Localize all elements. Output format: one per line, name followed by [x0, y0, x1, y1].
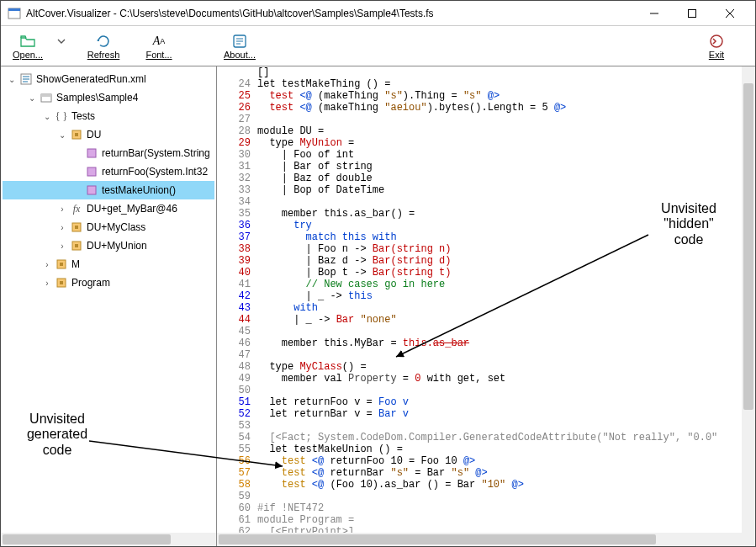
tree-item-label: testMakeUnion()	[102, 184, 176, 196]
tree-pane[interactable]: ⌄ ShowGeneratedRun.xml ⌄Samples\Sample4⌄…	[1, 66, 217, 546]
code-line[interactable]: 33 | Bop of DateTime	[217, 184, 742, 196]
refresh-button[interactable]: Refresh	[82, 28, 125, 65]
code-line[interactable]: 47	[217, 349, 742, 361]
code-line[interactable]: 53	[217, 420, 742, 432]
code-line[interactable]: 44 | _ -> Bar "none"	[217, 314, 742, 326]
code-line[interactable]: 49 member val Property = 0 with get, set	[217, 373, 742, 385]
code-line[interactable]: 60#if !NET472	[217, 502, 742, 514]
font-button[interactable]: AA Font...	[137, 28, 181, 65]
code-line[interactable]: 37 match this with	[217, 231, 742, 243]
chevron-icon[interactable]: ›	[56, 204, 68, 214]
code-line[interactable]: 56 test <@ returnFoo 10 = Foo 10 @>	[217, 455, 742, 467]
code-vertical-scrollbar[interactable]	[742, 66, 755, 533]
code-line[interactable]: 39 | Baz d -> Bar(string d)	[217, 255, 742, 267]
line-content: [<Fact; System.CodeDom.Compiler.Generate…	[257, 432, 742, 443]
line-number: 29	[217, 137, 257, 149]
tree-item[interactable]: returnBar(System.String	[3, 144, 214, 162]
code-line[interactable]: 50	[217, 385, 742, 396]
code-line[interactable]: 62 [<EntryPoint>]	[217, 526, 742, 533]
line-content: | Foo n -> Bar(string n)	[257, 243, 742, 255]
code-line[interactable]: 45	[217, 326, 742, 337]
exit-button[interactable]: Exit	[695, 28, 738, 65]
titlebar: AltCover.Visualizer - C:\Users\steve\Doc…	[1, 1, 755, 26]
tree-item[interactable]: ›DU+MyClass	[3, 218, 214, 236]
code-line[interactable]: 48 type MyClass() =	[217, 361, 742, 373]
svg-rect-22	[75, 244, 78, 247]
code-line[interactable]: 26 test <@ (makeThing "aeiou").bytes().L…	[217, 102, 742, 114]
code-line[interactable]: 36 try	[217, 220, 742, 231]
line-number: 43	[217, 302, 257, 314]
code-line[interactable]: 29 type MyUnion =	[217, 137, 742, 149]
code-line[interactable]: 30 | Foo of int	[217, 149, 742, 161]
method-icon	[85, 165, 98, 178]
svg-rect-13	[41, 94, 51, 97]
tree-horizontal-scrollbar[interactable]	[1, 533, 216, 546]
line-content	[257, 385, 742, 396]
code-line[interactable]: 57 test <@ returnBar "s" = Bar "s" @>	[217, 467, 742, 479]
code-pane[interactable]: []24let testMakeThing () =25 test <@ (ma…	[217, 66, 755, 546]
open-button[interactable]: Open...	[6, 28, 50, 65]
code-line[interactable]: 32 | Baz of double	[217, 173, 742, 184]
line-number: 47	[217, 349, 257, 361]
code-line[interactable]: 38 | Foo n -> Bar(string n)	[217, 243, 742, 255]
chevron-icon[interactable]: ⌄	[56, 130, 68, 140]
open-dropdown[interactable]: x	[53, 28, 70, 65]
chevron-icon[interactable]: ⌄	[26, 93, 38, 103]
tree-item-label: DU+MyClass	[87, 221, 145, 233]
maximize-button[interactable]	[673, 1, 711, 25]
code-line[interactable]: 40 | Bop t -> Bar(string t)	[217, 267, 742, 279]
svg-rect-20	[75, 226, 78, 229]
code-line[interactable]: 46 member this.MyBar = this.as_bar	[217, 337, 742, 349]
tree-item[interactable]: testMakeUnion()	[3, 181, 214, 199]
code-line[interactable]: 42 | _ -> this	[217, 290, 742, 302]
chevron-down-icon	[53, 33, 70, 50]
chevron-icon[interactable]: ›	[41, 260, 53, 269]
code-line[interactable]: 27	[217, 114, 742, 125]
code-line[interactable]: 51 let returnFoo v = Foo v	[217, 396, 742, 408]
about-button[interactable]: About...	[218, 28, 262, 65]
code-line[interactable]: 25 test <@ (makeThing "s").Thing = "s" @…	[217, 90, 742, 102]
code-line[interactable]: 34	[217, 196, 742, 208]
code-line[interactable]: 41 // New cases go in here	[217, 279, 742, 290]
chevron-icon[interactable]: ›	[41, 279, 53, 288]
chevron-icon[interactable]: ›	[56, 223, 68, 232]
code-line[interactable]: 31 | Bar of string	[217, 161, 742, 173]
close-button[interactable]	[711, 1, 748, 25]
line-content: | Baz d -> Bar(string d)	[257, 255, 742, 267]
tree-item[interactable]: ⌄Samples\Sample4	[3, 88, 214, 107]
code-line[interactable]: []	[217, 66, 742, 78]
code-line[interactable]: 59	[217, 491, 742, 502]
chevron-icon[interactable]: ⌄	[41, 112, 53, 121]
svg-rect-18	[87, 186, 96, 194]
code-line[interactable]: 55 let testMakeUnion () =	[217, 443, 742, 455]
tree-item[interactable]: ›fxDU+get_MyBar@46	[3, 199, 214, 218]
app-window: AltCover.Visualizer - C:\Users\steve\Doc…	[0, 0, 756, 547]
code-line[interactable]: 28module DU =	[217, 125, 742, 137]
minimize-button[interactable]	[635, 1, 673, 25]
code-line[interactable]: 43 with	[217, 302, 742, 314]
line-number: 40	[217, 267, 257, 279]
code-horizontal-scrollbar[interactable]	[217, 533, 742, 546]
tree-item[interactable]: ⌄DU	[3, 125, 214, 144]
chevron-icon[interactable]: ›	[56, 242, 68, 251]
tree-item[interactable]: ›Program	[3, 274, 214, 292]
line-number: 61	[217, 514, 257, 526]
tree-root[interactable]: ⌄ ShowGeneratedRun.xml	[3, 70, 214, 88]
tree-item[interactable]: returnFoo(System.Int32	[3, 162, 214, 181]
line-content: #if !NET472	[257, 502, 742, 514]
tree-item[interactable]: ›M	[3, 255, 214, 274]
tree-item[interactable]: ⌄{ }Tests	[3, 107, 214, 125]
tree-item-label: Program	[71, 277, 110, 289]
code-line[interactable]: 54 [<Fact; System.CodeDom.Compiler.Gener…	[217, 432, 742, 443]
chevron-down-icon[interactable]: ⌄	[6, 75, 18, 84]
line-number: 33	[217, 184, 257, 196]
line-content: module Program =	[257, 514, 742, 526]
code-line[interactable]: 58 test <@ (Foo 10).as_bar () = Bar "10"…	[217, 479, 742, 491]
tree-item[interactable]: ›DU+MyUnion	[3, 236, 214, 255]
code-line[interactable]: 24let testMakeThing () =	[217, 78, 742, 90]
code-line[interactable]: 61module Program =	[217, 514, 742, 526]
code-line[interactable]: 35 member this.as_bar() =	[217, 208, 742, 220]
line-content: let returnBar v = Bar v	[257, 408, 742, 420]
line-number: 35	[217, 208, 257, 220]
code-line[interactable]: 52 let returnBar v = Bar v	[217, 408, 742, 420]
